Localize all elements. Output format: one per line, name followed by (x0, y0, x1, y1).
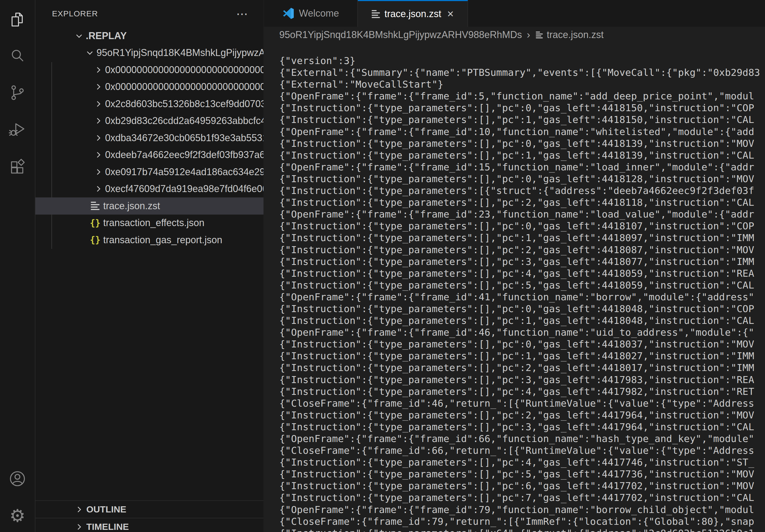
code-line: {"Instruction":{"type_parameters":[],"pc… (279, 468, 765, 480)
tree-item-0xdeeb7a4662eec9f2f3def03fb937a66[interactable]: 0xdeeb7a4662eec9f2f3def03fb937a66… (35, 146, 264, 164)
tree-item-label: transaction_gas_report.json (103, 234, 222, 246)
code-line: {"Instruction":{"type_parameters":[],"pc… (279, 362, 765, 374)
tree-item-0xb29d83c26cdd2a64959263abbcfc4[interactable]: 0xb29d83c26cdd2a64959263abbcfc4… (35, 113, 264, 130)
code-line: {"Instruction":{"type_parameters":[],"pc… (279, 350, 765, 362)
chevron-right-icon (94, 150, 103, 159)
breadcrumb-file[interactable]: trace.json.zst (547, 29, 604, 40)
code-line: {"Instruction":{"type_parameters":[],"pc… (279, 315, 765, 327)
tree-item-label: 95oR1YipjSnqd18K4BMshkLgPijypwzARH… (97, 47, 264, 58)
chevron-right-icon (94, 133, 103, 142)
section-label: TIMELINE (86, 522, 129, 532)
tree-item-label: .REPLAY (86, 30, 127, 42)
tree-item-transaction-gas-report-json[interactable]: {}transaction_gas_report.json (35, 231, 264, 249)
code-line: {"Instruction":{"type_parameters":[],"pc… (279, 386, 765, 398)
tree-item-0x000000000000000000000000000000[interactable]: 0x000000000000000000000000000000… (35, 79, 264, 96)
vscode-window: ⚙ EXPLORER ⋯ .REPLAY95oR1YipjSnqd18K4BMs… (0, 0, 765, 532)
activity-bar: ⚙ (0, 0, 35, 532)
editor-area: Welcome trace.json.zst × 95oR1YipjSnqd18… (264, 0, 765, 532)
close-icon[interactable]: × (447, 8, 454, 20)
tree-item-0xdba34672e30cb065b1f93e3ab55318[interactable]: 0xdba34672e30cb065b1f93e3ab55318… (35, 130, 264, 146)
code-line: {"Instruction":{"type_parameters":[],"pc… (279, 268, 765, 279)
code-line: {"Instruction":{"type_parameters":[],"pc… (279, 149, 765, 161)
code-line: {"CloseFrame":{"frame_id":79,"return_":[… (279, 516, 765, 527)
explorer-files-icon[interactable] (0, 6, 35, 33)
code-line: {"OpenFrame":{"frame":{"frame_id":46,"fu… (279, 327, 765, 338)
code-line: {"CloseFrame":{"frame_id":46,"return_":[… (279, 398, 765, 409)
code-line: {"CloseFrame":{"frame_id":66,"return_":[… (279, 445, 765, 456)
code-line: {"OpenFrame":{"frame":{"frame_id":79,"fu… (279, 504, 765, 516)
tree-item-label: 0xb29d83c26cdd2a64959263abbcfc4… (105, 115, 264, 127)
timeline-section-header[interactable]: TIMELINE (35, 518, 264, 532)
chevron-right-icon (94, 184, 103, 193)
tree-item-0xe0917b74a5912e4ad186ac634e29c9[interactable]: 0xe0917b74a5912e4ad186ac634e29c9… (35, 163, 264, 180)
outline-section-header[interactable]: OUTLINE (35, 500, 264, 518)
section-label: OUTLINE (86, 504, 126, 515)
sidebar-title: EXPLORER (52, 9, 98, 18)
code-line: {"Instruction":{"type_parameters":[],"pc… (279, 244, 765, 256)
code-line: {"Instruction":{"type_parameters":[{"str… (279, 185, 765, 197)
list-file-icon (90, 202, 100, 210)
breadcrumb-folder[interactable]: 95oR1YipjSnqd18K4BMshkLgPijypwzARHV988eR… (279, 29, 522, 40)
code-line: {"Instruction":{"type_parameters":[],"pc… (279, 232, 765, 244)
code-line: {"External":{"Summary":{"name":"PTBSumma… (279, 67, 765, 79)
code-line: {"OpenFrame":{"frame":{"frame_id":5,"fun… (279, 90, 765, 102)
tab-label: trace.json.zst (384, 8, 441, 20)
code-line: {"Instruction":{"type_parameters":[],"pc… (279, 456, 765, 468)
tree-item-label: 0xdba34672e30cb065b1f93e3ab55318… (105, 132, 264, 143)
code-line: {"OpenFrame":{"frame":{"frame_id":10,"fu… (279, 126, 765, 138)
tab-welcome[interactable]: Welcome (264, 0, 358, 27)
json-icon: {} (90, 219, 100, 227)
explorer-sidebar: EXPLORER ⋯ .REPLAY95oR1YipjSnqd18K4BMshk… (35, 0, 264, 532)
code-line: {"Instruction":{"type_parameters":[],"pc… (279, 374, 765, 386)
settings-gear-icon[interactable]: ⚙ (0, 502, 35, 529)
gear-glyph: ⚙ (9, 507, 25, 524)
tree-item-transaction-effects-json[interactable]: {}transaction_effects.json (35, 215, 264, 232)
sidebar-header: EXPLORER ⋯ (35, 0, 264, 27)
code-line: {"Instruction":{"type_parameters":[],"pc… (279, 492, 765, 504)
tree-item-95or1yipjsnqd18k4bmshklgpijypwzarh[interactable]: 95oR1YipjSnqd18K4BMshkLgPijypwzARH… (35, 45, 264, 62)
code-line: {"Instruction":{"type_parameters":[],"pc… (279, 220, 765, 232)
tree-item-label: 0x000000000000000000000000000000… (105, 81, 264, 93)
code-line: {"Instruction":{"type_parameters":[],"pc… (279, 421, 765, 433)
code-line: {"Instruction":{"type_parameters":[],"pc… (279, 409, 765, 421)
tree-item-label: trace.json.zst (103, 200, 160, 212)
code-line: {"OpenFrame":{"frame":{"frame_id":41,"fu… (279, 291, 765, 303)
code-line: {"Instruction":{"type_parameters":[],"pc… (279, 173, 765, 185)
json-icon: {} (90, 235, 100, 244)
tree-item-label: transaction_effects.json (103, 217, 205, 228)
breadcrumb: 95oR1YipjSnqd18K4BMshkLgPijypwzARHV988eR… (264, 27, 765, 43)
file-tree: .REPLAY95oR1YipjSnqd18K4BMshkLgPijypwzAR… (35, 27, 264, 249)
search-icon[interactable] (0, 43, 35, 69)
code-line: {"External":"MoveCallStart"} (279, 79, 765, 90)
chevron-right-icon (94, 100, 103, 109)
more-actions-icon[interactable]: ⋯ (236, 7, 249, 21)
code-line: {"version":3} (279, 55, 765, 67)
tree-item-0xecf47609d7da919ea98e7fd04f6e06[interactable]: 0xecf47609d7da919ea98e7fd04f6e06… (35, 180, 264, 198)
code-line: {"Instruction":{"type_parameters":[],"pc… (279, 138, 765, 149)
code-line: {"Instruction":{"type_parameters":[],"pc… (279, 102, 765, 114)
tree-item-label: 0xecf47609d7da919ea98e7fd04f6e06… (105, 183, 264, 194)
code-line: {"Instruction":{"type_parameters":["u64"… (279, 527, 765, 532)
code-line: {"Instruction":{"type_parameters":[],"pc… (279, 338, 765, 350)
account-icon[interactable] (0, 465, 35, 492)
editor-content[interactable]: {"version":3}{"External":{"Summary":{"na… (264, 43, 765, 532)
tab-trace-json-zst[interactable]: trace.json.zst × (358, 0, 468, 27)
extensions-icon[interactable] (0, 154, 35, 180)
code-line: {"Instruction":{"type_parameters":[],"pc… (279, 114, 765, 126)
code-line: {"Instruction":{"type_parameters":[],"pc… (279, 303, 765, 315)
tree-item-trace-json-zst[interactable]: trace.json.zst (35, 197, 264, 215)
code-line: {"Instruction":{"type_parameters":[],"pc… (279, 197, 765, 208)
chevron-right-icon (94, 167, 103, 176)
tree-item-0x000000000000000000000000000000[interactable]: 0x000000000000000000000000000000… (35, 61, 264, 79)
tree-item-label: 0xdeeb7a4662eec9f2f3def03fb937a66… (105, 149, 264, 160)
code-line: {"OpenFrame":{"frame":{"frame_id":15,"fu… (279, 161, 765, 173)
chevron-right-icon (94, 82, 103, 91)
tree-item-label: 0xe0917b74a5912e4ad186ac634e29c9… (105, 166, 264, 177)
chevron-down-icon (75, 31, 84, 40)
run-debug-icon[interactable] (0, 116, 35, 142)
tree-item-replay[interactable]: .REPLAY (35, 27, 264, 45)
tree-item-0x2c8d603bc51326b8c13cef9dd07031[interactable]: 0x2c8d603bc51326b8c13cef9dd07031… (35, 95, 264, 113)
code-line: {"OpenFrame":{"frame":{"frame_id":23,"fu… (279, 208, 765, 220)
code-line: {"Instruction":{"type_parameters":[],"pc… (279, 279, 765, 291)
source-control-icon[interactable] (0, 79, 35, 106)
